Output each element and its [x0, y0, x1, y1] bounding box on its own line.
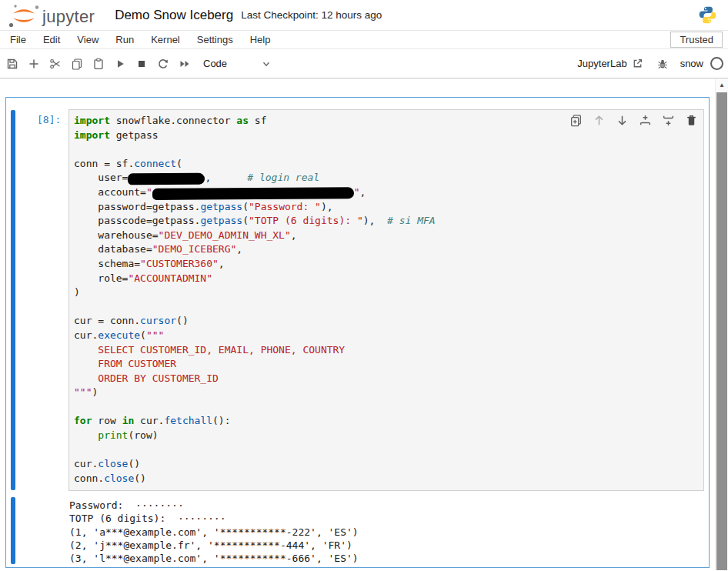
code-token: row [92, 415, 122, 426]
code-token: "ACCOUNTADMIN" [128, 272, 212, 284]
trusted-button[interactable]: Trusted [670, 32, 723, 48]
notebook-title[interactable]: Demo Snow Iceberg [115, 8, 233, 23]
code-token: ( [242, 215, 249, 226]
code-token: conn. [74, 472, 104, 484]
cut-cells-button[interactable] [45, 53, 66, 75]
code-line [74, 142, 699, 157]
menu-item-settings[interactable]: Settings [189, 32, 242, 48]
scrollbar[interactable]: ▲ [715, 78, 728, 570]
code-token: "DEV_DEMO_ADMIN_WH_XL" [159, 229, 291, 241]
code-line: cur.close() [74, 457, 699, 472]
code-token: as [236, 115, 249, 126]
restart-run-all-button[interactable] [174, 53, 195, 75]
code-token: import [74, 115, 110, 126]
fast-forward-icon [179, 58, 191, 70]
code-line: cur = conn.cursor() [74, 314, 699, 329]
code-token: cur. [74, 458, 98, 469]
debugger-button[interactable] [656, 58, 669, 70]
code-token: conn = sf. [74, 158, 134, 169]
duplicate-icon [569, 114, 583, 127]
copy-cells-button[interactable] [66, 53, 88, 75]
duplicate-cell-button[interactable] [569, 114, 583, 127]
code-token: execute [98, 329, 140, 341]
code-token: password=getpass. [74, 201, 200, 212]
insert-cell-above-button[interactable] [639, 114, 652, 127]
code-editor[interactable]: import snowflake.connector as sfimport g… [68, 109, 704, 491]
bug-icon [656, 58, 669, 70]
code-line: warehouse="DEV_DEMO_ADMIN_WH_XL", [74, 229, 699, 243]
code-token: "Password: " [249, 201, 321, 212]
execution-count: [8]: [37, 114, 61, 125]
run-button[interactable] [109, 53, 131, 75]
interrupt-kernel-button[interactable] [131, 53, 152, 75]
copy-icon [71, 58, 83, 70]
menu-item-run[interactable]: Run [107, 32, 142, 48]
code-cell[interactable]: [8]: import snowflake.connector as sfimp… [5, 97, 710, 568]
restart-icon [157, 58, 169, 70]
code-token: "DEMO_ICEBERG" [152, 243, 237, 255]
scrollbar-up-arrow[interactable]: ▲ [716, 78, 728, 92]
code-token: ( [176, 158, 182, 169]
code-token: user= [74, 172, 128, 183]
menu-bar: File Edit View Run Kernel Settings Help … [0, 31, 728, 49]
code-line: SELECT CUSTOMER_ID, EMAIL, PHONE, COUNTR… [74, 343, 699, 358]
insert-cell-below-button[interactable] [662, 114, 675, 127]
stop-icon [135, 58, 148, 70]
menu-item-view[interactable]: View [68, 32, 107, 48]
jupyterlab-link-label: JupyterLab [577, 58, 626, 69]
run-icon [114, 58, 126, 70]
menu-item-file[interactable]: File [2, 32, 35, 48]
code-token: passcode=getpass. [74, 215, 200, 226]
code-line: conn = sf.connect( [74, 157, 699, 172]
move-cell-up-button[interactable] [593, 114, 606, 127]
code-token: account= [74, 186, 146, 198]
code-token: , [205, 172, 247, 183]
output-line: (1, 'a***@example.com', '***********-222… [69, 526, 704, 539]
notebook-header: jupyter Demo Snow Iceberg Last Checkpoin… [0, 0, 728, 31]
menu-item-edit[interactable]: Edit [35, 32, 68, 48]
delete-cell-button[interactable] [685, 114, 698, 127]
code-token: ( [140, 329, 146, 341]
code-token: () [176, 315, 189, 326]
code-line: password=getpass.getpass("Password: "), [74, 200, 699, 215]
code-token: warehouse= [74, 229, 159, 241]
code-token: FROM CUSTOMER [74, 358, 176, 369]
code-token: , [219, 258, 225, 269]
move-cell-down-button[interactable] [616, 114, 629, 127]
restart-kernel-button[interactable] [152, 53, 174, 75]
redaction-mark [152, 187, 354, 200]
jupyterlab-link[interactable]: JupyterLab [577, 58, 643, 69]
add-cell-button[interactable] [23, 53, 45, 75]
external-link-icon [632, 58, 643, 69]
scrollbar-thumb[interactable] [716, 92, 727, 570]
output-collapser[interactable] [11, 497, 15, 564]
code-token: snowflake.connector [110, 115, 236, 126]
code-token: cursor [140, 315, 176, 326]
code-token: (): [212, 415, 230, 426]
code-token: close [98, 458, 128, 469]
cell-type-dropdown[interactable]: Code [203, 58, 272, 69]
code-token: role= [74, 272, 128, 284]
code-line: import getpass [74, 129, 699, 143]
menu-item-kernel[interactable]: Kernel [142, 32, 189, 48]
save-button[interactable] [2, 53, 23, 75]
notebook-toolbar: Code JupyterLab snow [0, 49, 728, 78]
jupyter-app: jupyter Demo Snow Iceberg Last Checkpoin… [0, 0, 728, 570]
plus-icon [28, 58, 40, 70]
paste-cells-button[interactable] [88, 53, 109, 75]
menu-item-help[interactable]: Help [242, 32, 279, 48]
code-token: fetchall [164, 415, 212, 426]
input-collapser[interactable] [11, 110, 15, 490]
code-line [74, 300, 699, 315]
kernel-name[interactable]: snow [680, 58, 703, 69]
jupyter-logo-icon [6, 2, 42, 28]
code-token: ) [74, 286, 80, 298]
jupyter-logo[interactable]: jupyter [6, 2, 95, 28]
output-line: TOTP (6 digits): ········ [69, 512, 704, 525]
code-token: ) [92, 386, 98, 398]
insert-above-icon [639, 114, 652, 127]
code-line: """) [74, 386, 699, 400]
code-line: ORDER BY CUSTOMER_ID [74, 372, 699, 386]
trash-icon [685, 114, 698, 127]
code-line: passcode=getpass.getpass("TOTP (6 digits… [74, 214, 699, 229]
